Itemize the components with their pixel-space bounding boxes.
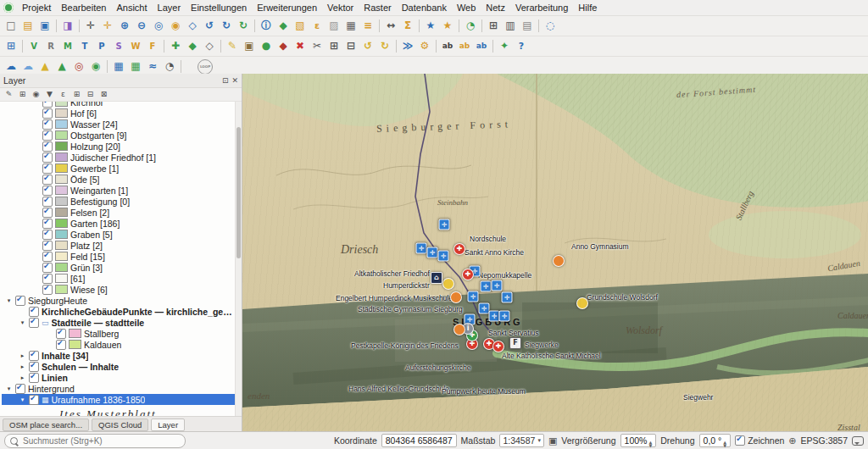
map-marker[interactable]: ✛ bbox=[439, 219, 450, 230]
map-marker[interactable] bbox=[450, 291, 462, 303]
statistical-summary[interactable]: Σ bbox=[399, 18, 416, 34]
layer-item[interactable]: Hof [6] bbox=[2, 108, 236, 119]
add-wms-layer[interactable]: W bbox=[127, 38, 144, 54]
layer-item[interactable]: Befestigung [0] bbox=[2, 196, 236, 207]
python-console[interactable]: ≫ bbox=[399, 38, 416, 54]
layer-item[interactable]: Ites Musterblatt bbox=[2, 405, 236, 416]
quickosm[interactable]: ▦ bbox=[127, 58, 144, 75]
menu-item[interactable]: Vektor bbox=[322, 2, 359, 14]
zoom-next[interactable]: ↻ bbox=[218, 18, 235, 34]
filter-legend-by-expression[interactable]: ε bbox=[57, 89, 70, 100]
layer-checkbox[interactable] bbox=[29, 318, 39, 328]
collapse-all[interactable]: ⊟ bbox=[84, 89, 97, 100]
add-mesh-layer[interactable]: M bbox=[59, 38, 76, 54]
pan-to-selection[interactable]: ✛ bbox=[99, 18, 116, 34]
deselect-all[interactable]: ▨ bbox=[326, 18, 342, 34]
georeferencer[interactable]: ◎ bbox=[70, 58, 87, 75]
new-shapefile-layer[interactable]: ✚ bbox=[167, 38, 184, 54]
layer-item[interactable]: ▾ Hintergrund bbox=[2, 383, 236, 394]
expand-all[interactable]: ⊞ bbox=[70, 89, 83, 100]
zoom-full[interactable]: ◎ bbox=[150, 18, 167, 34]
layer-checkbox[interactable] bbox=[42, 219, 53, 229]
cut-features[interactable]: ✂ bbox=[309, 38, 326, 54]
layer-item[interactable]: Feld [15] bbox=[2, 251, 236, 262]
layer-checkbox[interactable] bbox=[15, 384, 25, 394]
layer-checkbox[interactable] bbox=[42, 274, 53, 284]
layer-checkbox[interactable] bbox=[29, 351, 39, 361]
new-map-view[interactable]: ⊞ bbox=[485, 18, 502, 34]
layer-checkbox[interactable] bbox=[29, 395, 39, 405]
magnifier-input[interactable]: 100%▲▼ bbox=[620, 434, 657, 447]
menu-item[interactable]: Datenbank bbox=[397, 2, 452, 14]
zoom-last[interactable]: ↺ bbox=[201, 18, 218, 34]
menu-item[interactable]: Web bbox=[452, 2, 481, 14]
layer-item[interactable]: KirchlicheGebäudePunkte — kirchliche_geb… bbox=[2, 306, 236, 317]
layer-item[interactable]: ▾ ▦ Uraufnahme 1836-1850 bbox=[2, 394, 236, 405]
map-marker[interactable] bbox=[453, 324, 465, 335]
close-panel-icon[interactable]: ✕ bbox=[231, 76, 238, 85]
label-toolbar-highlight[interactable]: ab bbox=[473, 38, 490, 54]
layer-item[interactable]: Grün [3] bbox=[2, 262, 236, 273]
add-wfs-layer[interactable]: F bbox=[144, 38, 161, 54]
layer-checkbox[interactable] bbox=[42, 102, 53, 108]
layer-checkbox[interactable] bbox=[29, 307, 39, 317]
cloud-upload[interactable]: ☁ bbox=[19, 58, 36, 75]
layer-item[interactable]: Graben [5] bbox=[2, 229, 236, 240]
menu-item[interactable]: Hilfe bbox=[573, 2, 602, 14]
undo[interactable]: ↺ bbox=[359, 38, 376, 54]
panel-tab[interactable]: QGIS Cloud bbox=[92, 419, 148, 431]
open-attribute-table[interactable]: ▦ bbox=[342, 18, 359, 34]
layer-item[interactable]: Wiese [6] bbox=[2, 284, 236, 295]
menu-item[interactable]: Raster bbox=[359, 2, 396, 14]
select-by-expression[interactable]: ε bbox=[309, 18, 326, 34]
loop-plugin[interactable]: LOOP bbox=[198, 59, 213, 75]
add-feature[interactable]: ● bbox=[258, 38, 275, 54]
layer-item[interactable]: Felsen [2] bbox=[2, 207, 236, 218]
identify-features[interactable]: ⓘ bbox=[258, 18, 275, 34]
map-marker[interactable]: ✛ bbox=[499, 311, 510, 322]
messages-icon[interactable] bbox=[852, 436, 864, 446]
panel-tab[interactable]: Layer bbox=[151, 419, 185, 431]
map-marker[interactable]: ✛ bbox=[427, 247, 438, 258]
osm-place-search-tool[interactable]: ◌ bbox=[542, 18, 559, 34]
layer-checkbox[interactable] bbox=[42, 208, 53, 218]
map-marker[interactable]: ✚ bbox=[492, 341, 504, 352]
map-marker[interactable]: ⌂ bbox=[431, 272, 442, 284]
menu-item[interactable]: Verarbeitung bbox=[510, 2, 573, 14]
statusbar-search[interactable] bbox=[4, 434, 186, 448]
style-manager[interactable]: ◨ bbox=[59, 18, 76, 34]
map-marker[interactable]: ✛ bbox=[481, 281, 492, 292]
zoom-to-layer[interactable]: ◇ bbox=[184, 18, 201, 34]
layer-checkbox[interactable] bbox=[42, 197, 53, 207]
layer-item[interactable]: Stallberg bbox=[2, 328, 236, 339]
vertex-tool[interactable]: ◆ bbox=[275, 38, 292, 54]
paste-features[interactable]: ⊟ bbox=[342, 38, 359, 54]
crs-button[interactable]: EPSG:3857 bbox=[801, 435, 848, 446]
layer-item[interactable]: Kirchhof bbox=[2, 102, 236, 108]
expand-arrow-icon[interactable]: ▾ bbox=[5, 297, 13, 304]
save-layer-edits[interactable]: ▣ bbox=[241, 38, 258, 54]
layer-checkbox[interactable] bbox=[29, 362, 39, 372]
menu-item[interactable]: Netz bbox=[481, 2, 510, 14]
map-marker[interactable]: ✛ bbox=[502, 292, 513, 303]
panel-tab[interactable]: OSM place search... bbox=[3, 419, 89, 431]
layer-item[interactable]: Weingarten [1] bbox=[2, 185, 236, 196]
layer-item[interactable]: Kaldauen bbox=[2, 339, 236, 350]
save-project[interactable]: ▣ bbox=[36, 18, 53, 34]
help-contents[interactable]: ? bbox=[513, 38, 530, 54]
layer-item[interactable]: Garten [186] bbox=[2, 218, 236, 229]
layer-item[interactable]: ▸ Linien bbox=[2, 372, 236, 383]
layer-checkbox[interactable] bbox=[42, 141, 53, 152]
expand-arrow-icon[interactable]: ▸ bbox=[19, 363, 26, 370]
layer-item[interactable]: Obstgarten [9] bbox=[2, 130, 236, 141]
float-panel-icon[interactable]: ⊡ bbox=[222, 76, 229, 85]
filter-legend[interactable]: ▼ bbox=[43, 89, 56, 100]
scrollbar-thumb[interactable] bbox=[236, 127, 241, 259]
layer-item[interactable]: ▸ Schulen — Inhalte bbox=[2, 361, 236, 372]
layer-item[interactable]: ▾ SiegburgHeute bbox=[2, 295, 236, 306]
layer-checkbox[interactable] bbox=[42, 164, 53, 174]
run-feature-action[interactable]: ◆ bbox=[275, 18, 292, 34]
qgis-cloud[interactable]: ☁ bbox=[3, 58, 19, 75]
add-delimited-text-layer[interactable]: T bbox=[76, 38, 93, 54]
layer-checkbox[interactable] bbox=[42, 252, 53, 262]
